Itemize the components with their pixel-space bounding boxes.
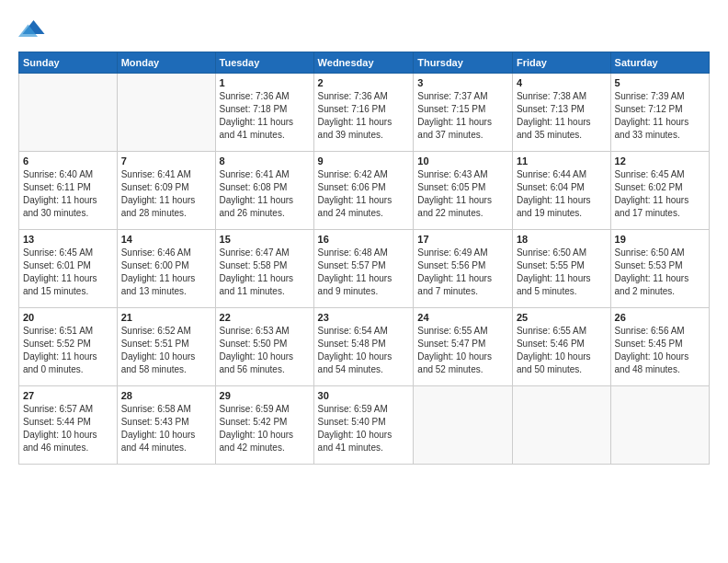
calendar-cell (512, 386, 610, 465)
day-info: Sunrise: 7:38 AMSunset: 7:13 PMDaylight:… (517, 90, 607, 142)
calendar-cell: 17Sunrise: 6:49 AMSunset: 5:56 PMDayligh… (414, 230, 513, 308)
calendar-header-row: SundayMondayTuesdayWednesdayThursdayFrid… (19, 52, 710, 74)
col-header-sunday: Sunday (19, 52, 118, 74)
day-number: 5 (615, 77, 705, 88)
calendar-cell: 2Sunrise: 7:36 AMSunset: 7:16 PMDaylight… (313, 74, 414, 152)
calendar-cell (117, 74, 215, 152)
day-info: Sunrise: 6:54 AMSunset: 5:48 PMDaylight:… (318, 325, 410, 376)
calendar-cell: 14Sunrise: 6:46 AMSunset: 6:00 PMDayligh… (117, 230, 215, 308)
calendar-cell: 10Sunrise: 6:43 AMSunset: 6:05 PMDayligh… (414, 152, 513, 230)
calendar-cell: 30Sunrise: 6:59 AMSunset: 5:40 PMDayligh… (313, 386, 414, 465)
day-info: Sunrise: 6:46 AMSunset: 6:00 PMDaylight:… (121, 247, 211, 298)
day-number: 4 (517, 77, 607, 88)
day-number: 9 (318, 155, 410, 167)
calendar-cell: 1Sunrise: 7:36 AMSunset: 7:18 PMDaylight… (215, 74, 313, 152)
day-number: 8 (220, 155, 310, 167)
day-info: Sunrise: 6:53 AMSunset: 5:50 PMDaylight:… (220, 325, 310, 376)
calendar-cell: 24Sunrise: 6:55 AMSunset: 5:47 PMDayligh… (414, 308, 513, 386)
calendar-week-row: 13Sunrise: 6:45 AMSunset: 6:01 PMDayligh… (19, 230, 710, 308)
col-header-friday: Friday (512, 52, 610, 74)
calendar-cell: 13Sunrise: 6:45 AMSunset: 6:01 PMDayligh… (19, 230, 118, 308)
day-number: 13 (23, 234, 113, 245)
day-info: Sunrise: 7:39 AMSunset: 7:12 PMDaylight:… (615, 90, 705, 142)
calendar-cell (414, 386, 513, 465)
day-number: 25 (517, 312, 607, 323)
day-number: 16 (318, 234, 410, 245)
day-number: 11 (517, 155, 607, 167)
day-info: Sunrise: 6:45 AMSunset: 6:01 PMDaylight:… (23, 247, 113, 298)
calendar-cell: 22Sunrise: 6:53 AMSunset: 5:50 PMDayligh… (215, 308, 313, 386)
day-info: Sunrise: 6:47 AMSunset: 5:58 PMDaylight:… (220, 247, 310, 298)
day-info: Sunrise: 6:59 AMSunset: 5:40 PMDaylight:… (318, 403, 410, 454)
day-number: 21 (121, 312, 211, 323)
calendar-cell: 16Sunrise: 6:48 AMSunset: 5:57 PMDayligh… (313, 230, 414, 308)
header (18, 15, 710, 42)
day-number: 3 (417, 77, 508, 88)
day-number: 2 (318, 77, 410, 88)
calendar-cell: 27Sunrise: 6:57 AMSunset: 5:44 PMDayligh… (19, 386, 118, 465)
calendar-cell: 12Sunrise: 6:45 AMSunset: 6:02 PMDayligh… (610, 152, 709, 230)
calendar-cell (19, 74, 118, 152)
day-number: 17 (417, 234, 508, 245)
day-number: 7 (121, 155, 211, 167)
page: SundayMondayTuesdayWednesdayThursdayFrid… (0, 0, 728, 563)
day-info: Sunrise: 6:50 AMSunset: 5:53 PMDaylight:… (615, 247, 705, 298)
col-header-tuesday: Tuesday (215, 52, 313, 74)
col-header-thursday: Thursday (414, 52, 513, 74)
day-number: 27 (23, 390, 113, 401)
day-number: 23 (318, 312, 410, 323)
col-header-monday: Monday (117, 52, 215, 74)
day-info: Sunrise: 6:41 AMSunset: 6:09 PMDaylight:… (121, 168, 211, 220)
day-info: Sunrise: 6:59 AMSunset: 5:42 PMDaylight:… (220, 403, 310, 454)
day-info: Sunrise: 6:48 AMSunset: 5:57 PMDaylight:… (318, 247, 410, 298)
calendar-table: SundayMondayTuesdayWednesdayThursdayFrid… (18, 52, 710, 465)
day-number: 12 (615, 155, 705, 167)
calendar-cell: 21Sunrise: 6:52 AMSunset: 5:51 PMDayligh… (117, 308, 215, 386)
calendar-cell: 23Sunrise: 6:54 AMSunset: 5:48 PMDayligh… (313, 308, 414, 386)
calendar-cell: 3Sunrise: 7:37 AMSunset: 7:15 PMDaylight… (414, 74, 513, 152)
calendar-cell: 20Sunrise: 6:51 AMSunset: 5:52 PMDayligh… (19, 308, 118, 386)
day-number: 15 (220, 234, 310, 245)
calendar-cell (610, 386, 709, 465)
calendar-week-row: 27Sunrise: 6:57 AMSunset: 5:44 PMDayligh… (19, 386, 710, 465)
day-info: Sunrise: 7:36 AMSunset: 7:18 PMDaylight:… (220, 90, 310, 142)
day-info: Sunrise: 6:40 AMSunset: 6:11 PMDaylight:… (23, 168, 113, 220)
day-number: 30 (318, 390, 410, 401)
day-info: Sunrise: 6:42 AMSunset: 6:06 PMDaylight:… (318, 168, 410, 220)
day-info: Sunrise: 6:50 AMSunset: 5:55 PMDaylight:… (517, 247, 607, 298)
calendar-cell: 6Sunrise: 6:40 AMSunset: 6:11 PMDaylight… (19, 152, 118, 230)
day-info: Sunrise: 6:44 AMSunset: 6:04 PMDaylight:… (517, 168, 607, 220)
calendar-cell: 25Sunrise: 6:55 AMSunset: 5:46 PMDayligh… (512, 308, 610, 386)
day-number: 14 (121, 234, 211, 245)
day-number: 10 (417, 155, 508, 167)
day-info: Sunrise: 6:49 AMSunset: 5:56 PMDaylight:… (417, 247, 508, 298)
calendar-cell: 29Sunrise: 6:59 AMSunset: 5:42 PMDayligh… (215, 386, 313, 465)
calendar-cell: 15Sunrise: 6:47 AMSunset: 5:58 PMDayligh… (215, 230, 313, 308)
day-info: Sunrise: 6:56 AMSunset: 5:45 PMDaylight:… (615, 325, 705, 376)
day-number: 1 (220, 77, 310, 88)
day-number: 6 (23, 155, 113, 167)
day-number: 20 (23, 312, 113, 323)
calendar-cell: 19Sunrise: 6:50 AMSunset: 5:53 PMDayligh… (610, 230, 709, 308)
day-info: Sunrise: 6:45 AMSunset: 6:02 PMDaylight:… (615, 168, 705, 220)
day-info: Sunrise: 6:41 AMSunset: 6:08 PMDaylight:… (220, 168, 310, 220)
day-info: Sunrise: 6:51 AMSunset: 5:52 PMDaylight:… (23, 325, 113, 376)
calendar-cell: 26Sunrise: 6:56 AMSunset: 5:45 PMDayligh… (610, 308, 709, 386)
day-info: Sunrise: 6:43 AMSunset: 6:05 PMDaylight:… (417, 168, 508, 220)
calendar-week-row: 1Sunrise: 7:36 AMSunset: 7:18 PMDaylight… (19, 74, 710, 152)
day-info: Sunrise: 7:37 AMSunset: 7:15 PMDaylight:… (417, 90, 508, 142)
logo (18, 15, 50, 42)
calendar-cell: 28Sunrise: 6:58 AMSunset: 5:43 PMDayligh… (117, 386, 215, 465)
day-info: Sunrise: 6:57 AMSunset: 5:44 PMDaylight:… (23, 403, 113, 454)
calendar-cell: 8Sunrise: 6:41 AMSunset: 6:08 PMDaylight… (215, 152, 313, 230)
day-number: 29 (220, 390, 310, 401)
calendar-week-row: 20Sunrise: 6:51 AMSunset: 5:52 PMDayligh… (19, 308, 710, 386)
day-number: 18 (517, 234, 607, 245)
calendar-cell: 9Sunrise: 6:42 AMSunset: 6:06 PMDaylight… (313, 152, 414, 230)
calendar-cell: 18Sunrise: 6:50 AMSunset: 5:55 PMDayligh… (512, 230, 610, 308)
calendar-cell: 4Sunrise: 7:38 AMSunset: 7:13 PMDaylight… (512, 74, 610, 152)
day-number: 22 (220, 312, 310, 323)
day-info: Sunrise: 7:36 AMSunset: 7:16 PMDaylight:… (318, 90, 410, 142)
col-header-saturday: Saturday (610, 52, 709, 74)
day-info: Sunrise: 6:58 AMSunset: 5:43 PMDaylight:… (121, 403, 211, 454)
